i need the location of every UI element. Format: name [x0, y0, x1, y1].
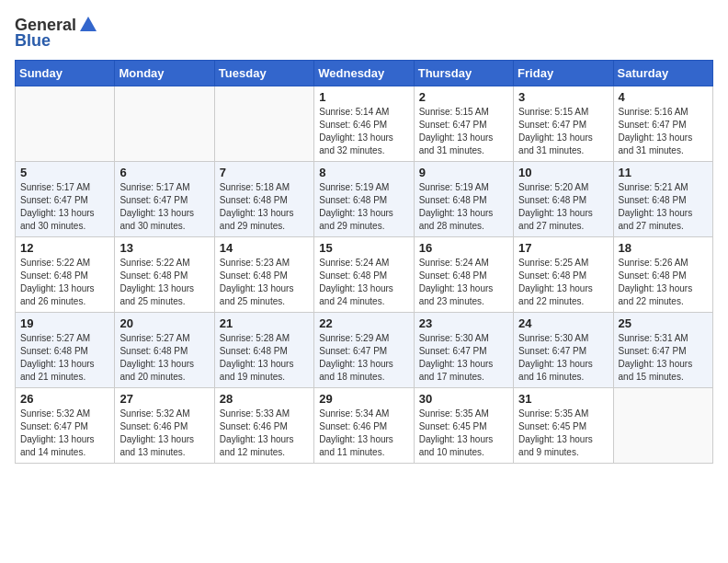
calendar-cell: 7Sunrise: 5:18 AMSunset: 6:48 PMDaylight… [214, 162, 313, 237]
day-info-line: Sunset: 6:47 PM [319, 345, 408, 358]
calendar-cell: 3Sunrise: 5:15 AMSunset: 6:47 PMDaylight… [514, 86, 613, 162]
day-info-line: Sunrise: 5:29 AM [319, 332, 408, 345]
day-info-line: Sunset: 6:47 PM [619, 119, 708, 132]
day-info-line: Daylight: 13 hours [20, 358, 109, 371]
day-info-line: Sunset: 6:48 PM [119, 345, 209, 358]
day-info-line: Sunset: 6:46 PM [319, 119, 408, 132]
day-info-line: Daylight: 13 hours [20, 433, 109, 446]
calendar-week-row: 26Sunrise: 5:32 AMSunset: 6:47 PMDayligh… [16, 388, 713, 464]
calendar-cell [214, 86, 313, 162]
day-number: 29 [319, 392, 408, 406]
day-info-line: Sunset: 6:48 PM [319, 270, 408, 282]
day-info-line: Sunset: 6:46 PM [119, 420, 209, 433]
calendar-cell: 22Sunrise: 5:29 AMSunset: 6:47 PMDayligh… [314, 313, 414, 388]
logo-blue-text: Blue [15, 31, 51, 51]
day-header: Saturday [613, 61, 712, 86]
calendar-week-row: 19Sunrise: 5:27 AMSunset: 6:48 PMDayligh… [16, 313, 713, 388]
day-info-line: and 20 minutes. [119, 371, 209, 384]
calendar-cell: 24Sunrise: 5:30 AMSunset: 6:47 PMDayligh… [514, 313, 613, 388]
day-info-line: Sunset: 6:45 PM [419, 420, 508, 433]
day-info-line: Sunrise: 5:16 AM [619, 106, 708, 119]
day-info-line: Daylight: 13 hours [220, 282, 309, 295]
calendar-cell: 2Sunrise: 5:15 AMSunset: 6:47 PMDaylight… [414, 86, 513, 162]
calendar-cell: 25Sunrise: 5:31 AMSunset: 6:47 PMDayligh… [613, 313, 712, 388]
day-info-line: and 10 minutes. [419, 446, 508, 459]
calendar-cell: 11Sunrise: 5:21 AMSunset: 6:48 PMDayligh… [613, 162, 712, 237]
day-info-line: Sunset: 6:48 PM [20, 345, 109, 358]
day-info-line: Sunset: 6:47 PM [20, 420, 109, 433]
day-info-line: and 15 minutes. [619, 371, 708, 384]
calendar-cell: 9Sunrise: 5:19 AMSunset: 6:48 PMDaylight… [414, 162, 513, 237]
day-info-line: Sunrise: 5:26 AM [619, 257, 708, 270]
day-number: 21 [220, 316, 309, 330]
day-info-line: and 21 minutes. [20, 371, 109, 384]
day-header: Sunday [16, 61, 115, 86]
calendar-cell: 12Sunrise: 5:22 AMSunset: 6:48 PMDayligh… [16, 237, 115, 313]
calendar-cell: 16Sunrise: 5:24 AMSunset: 6:48 PMDayligh… [414, 237, 513, 313]
calendar-cell: 26Sunrise: 5:32 AMSunset: 6:47 PMDayligh… [16, 388, 115, 464]
day-info-line: Sunset: 6:47 PM [119, 194, 209, 207]
day-info-line: Sunset: 6:48 PM [220, 270, 309, 282]
day-info-line: Daylight: 13 hours [619, 132, 708, 144]
calendar-cell: 6Sunrise: 5:17 AMSunset: 6:47 PMDaylight… [115, 162, 214, 237]
calendar-cell: 8Sunrise: 5:19 AMSunset: 6:48 PMDaylight… [314, 162, 414, 237]
calendar-week-row: 1Sunrise: 5:14 AMSunset: 6:46 PMDaylight… [16, 86, 713, 162]
day-info-line: Sunset: 6:47 PM [518, 119, 608, 132]
day-number: 4 [619, 90, 708, 104]
calendar-cell: 17Sunrise: 5:25 AMSunset: 6:48 PMDayligh… [514, 237, 613, 313]
day-info-line: Daylight: 13 hours [220, 433, 309, 446]
calendar-week-row: 5Sunrise: 5:17 AMSunset: 6:47 PMDaylight… [16, 162, 713, 237]
day-number: 19 [20, 316, 109, 330]
day-info-line: Sunset: 6:47 PM [518, 345, 608, 358]
calendar-cell: 15Sunrise: 5:24 AMSunset: 6:48 PMDayligh… [314, 237, 414, 313]
calendar-cell [16, 86, 115, 162]
day-number: 6 [119, 166, 209, 179]
day-info-line: Daylight: 13 hours [119, 433, 209, 446]
day-number: 9 [419, 166, 508, 179]
calendar-cell: 27Sunrise: 5:32 AMSunset: 6:46 PMDayligh… [115, 388, 214, 464]
day-number: 17 [518, 241, 608, 255]
calendar-cell: 14Sunrise: 5:23 AMSunset: 6:48 PMDayligh… [214, 237, 313, 313]
day-number: 10 [518, 166, 608, 179]
day-info-line: Sunrise: 5:35 AM [518, 408, 608, 420]
day-info-line: Daylight: 13 hours [619, 358, 708, 371]
day-info-line: and 12 minutes. [220, 446, 309, 459]
day-info-line: and 18 minutes. [319, 371, 408, 384]
day-number: 8 [319, 166, 408, 179]
day-info-line: Sunrise: 5:24 AM [419, 257, 508, 270]
day-number: 20 [119, 316, 209, 330]
day-info-line: Sunrise: 5:30 AM [419, 332, 508, 345]
calendar-cell: 1Sunrise: 5:14 AMSunset: 6:46 PMDaylight… [314, 86, 414, 162]
day-number: 26 [20, 392, 109, 406]
day-info-line: Daylight: 13 hours [419, 132, 508, 144]
day-number: 18 [619, 241, 708, 255]
day-info-line: and 19 minutes. [220, 371, 309, 384]
day-info-line: Daylight: 13 hours [220, 207, 309, 220]
day-info-line: and 14 minutes. [20, 446, 109, 459]
calendar: SundayMondayTuesdayWednesdayThursdayFrid… [15, 60, 713, 464]
day-header: Wednesday [314, 61, 414, 86]
day-header: Friday [514, 61, 613, 86]
day-info-line: and 30 minutes. [20, 220, 109, 233]
calendar-cell: 5Sunrise: 5:17 AMSunset: 6:47 PMDaylight… [16, 162, 115, 237]
day-number: 24 [518, 316, 608, 330]
day-info-line: and 31 minutes. [419, 144, 508, 157]
day-info-line: and 17 minutes. [419, 371, 508, 384]
day-info-line: Sunrise: 5:22 AM [20, 257, 109, 270]
day-info-line: Sunrise: 5:27 AM [20, 332, 109, 345]
day-info-line: Sunrise: 5:28 AM [220, 332, 309, 345]
day-number: 16 [419, 241, 508, 255]
header: General Blue [15, 15, 713, 51]
day-info-line: and 30 minutes. [119, 220, 209, 233]
day-info-line: and 11 minutes. [319, 446, 408, 459]
day-info-line: Daylight: 13 hours [119, 282, 209, 295]
day-info-line: Daylight: 13 hours [518, 207, 608, 220]
day-number: 30 [419, 392, 508, 406]
day-info-line: Sunrise: 5:17 AM [119, 181, 209, 194]
day-info-line: and 25 minutes. [220, 295, 309, 308]
day-info-line: and 16 minutes. [518, 371, 608, 384]
day-info-line: and 28 minutes. [419, 220, 508, 233]
day-info-line: Sunset: 6:48 PM [20, 270, 109, 282]
day-info-line: Sunrise: 5:21 AM [619, 181, 708, 194]
day-number: 12 [20, 241, 109, 255]
